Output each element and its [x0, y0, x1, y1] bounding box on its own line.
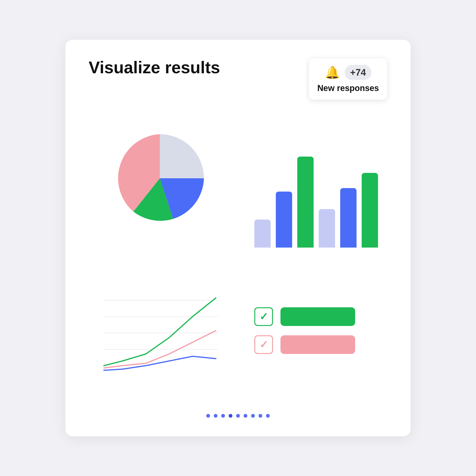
checklist-item-green: ✓	[254, 307, 378, 326]
dot-9[interactable]	[266, 414, 270, 418]
dot-8[interactable]	[258, 414, 262, 418]
bar-chart	[245, 109, 387, 248]
pie-chart	[89, 109, 231, 248]
main-card: Visualize results 🔔 +74 New responses	[65, 40, 411, 436]
charts-grid: ✓ ✓	[89, 109, 387, 400]
notification-badge: +74	[345, 65, 372, 80]
bar-5	[340, 188, 357, 248]
line-chart	[89, 262, 231, 400]
dot-2[interactable]	[214, 414, 218, 418]
checkmark-green-icon: ✓	[259, 311, 268, 322]
notification-top: 🔔 +74	[325, 65, 372, 80]
header-row: Visualize results 🔔 +74 New responses	[89, 58, 387, 100]
dot-5[interactable]	[236, 414, 240, 418]
bell-icon: 🔔	[325, 65, 340, 80]
checklist: ✓ ✓	[245, 262, 387, 400]
bar-green	[280, 307, 355, 326]
checkbox-green: ✓	[254, 307, 273, 326]
checklist-item-pink: ✓	[254, 335, 378, 354]
bar-4	[319, 209, 335, 248]
dot-4[interactable]	[229, 414, 232, 418]
dot-6[interactable]	[244, 414, 247, 418]
bar-6	[362, 173, 378, 248]
notification-widget[interactable]: 🔔 +74 New responses	[309, 58, 387, 100]
dot-3[interactable]	[221, 414, 225, 418]
dot-1[interactable]	[206, 414, 210, 418]
dot-7[interactable]	[251, 414, 255, 418]
pie-chart-svg	[111, 129, 209, 227]
pagination-dots	[89, 409, 387, 418]
checkmark-pink-icon: ✓	[259, 340, 268, 350]
bar-3	[297, 156, 314, 248]
notification-label: New responses	[317, 83, 379, 93]
line-chart-svg	[99, 286, 221, 375]
checkbox-pink: ✓	[254, 335, 273, 354]
bar-2	[276, 192, 292, 248]
page-title: Visualize results	[89, 58, 220, 77]
bar-1	[254, 220, 271, 248]
bar-pink	[280, 335, 355, 354]
